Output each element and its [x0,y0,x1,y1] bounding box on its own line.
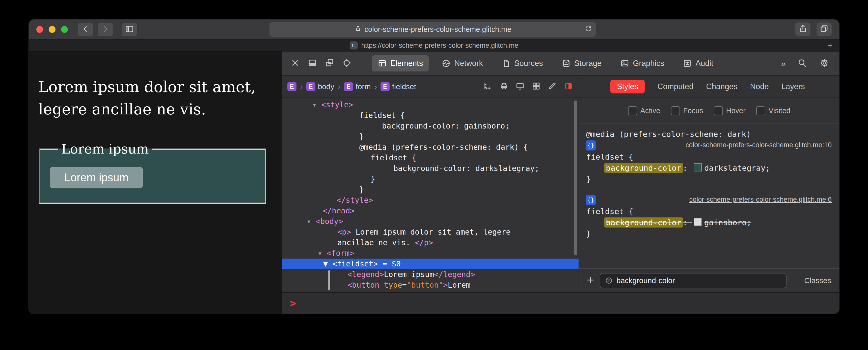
dom-token: <style> [321,100,353,109]
dom-token: @media (prefers-color-scheme: dark) { [359,143,528,151]
dock-bottom-button[interactable] [305,56,320,71]
checkbox-active[interactable] [628,106,637,115]
sidebar-tab-computed[interactable]: Computed [657,82,693,91]
window-controls [36,26,68,33]
css-property-value: gainsboro; [704,218,751,227]
dom-tree-line[interactable]: <p> Lorem ipsum dolor sit amet, legere [282,227,579,237]
styles-filter-input[interactable]: background-color [600,273,786,288]
breadcrumb-label: fieldset [392,82,416,91]
pseudo-state-visited[interactable]: Visited [756,106,790,115]
devtools-tab-audit[interactable]: Audit [677,55,719,71]
devtools-tab-elements[interactable]: Elements [372,55,429,71]
breadcrumb-item-form[interactable]: Eform [344,82,371,91]
pseudo-state-hover[interactable]: Hover [714,106,746,115]
devtools-tab-label: Audit [695,59,713,68]
dom-tree-line[interactable]: ▾ <style> [282,99,579,110]
devtools-tab-sources[interactable]: Sources [496,55,549,71]
color-swatch[interactable] [694,164,702,172]
disclosure-triangle-icon: ▾ [318,249,327,258]
page-button[interactable]: Lorem ipsum [50,167,143,188]
search-button[interactable] [795,56,809,71]
device-toggle-button[interactable] [516,82,525,92]
grid-toggle-button[interactable] [532,82,541,92]
devtools-tab-network[interactable]: Network [435,55,489,71]
dom-tree-line[interactable]: ▾ <form> [282,248,579,259]
dom-node-selected[interactable]: ▼ <fieldset> = $0 [282,259,579,269]
css-rule: @media (prefers-color-scheme: dark){}col… [579,127,839,189]
dom-tree-line[interactable]: ▾ <body> [282,216,579,227]
new-tab-button[interactable]: + [827,41,833,50]
devtools-tab-label: Network [454,59,483,68]
rule-origin-line: {}color-scheme-prefers-color-scheme.glit… [579,194,839,206]
color-swatch[interactable] [694,218,702,226]
close-window-button[interactable] [36,26,43,33]
sidebar-toggle-button[interactable] [122,23,137,36]
sidebar-tab-node[interactable]: Node [750,82,769,91]
dom-tree-line[interactable]: </head> [282,206,579,216]
breadcrumb-separator: › [338,82,341,91]
devtools-tab-storage[interactable]: Storage [556,55,608,71]
dom-tree-line[interactable]: </style> [282,195,579,206]
print-toggle-button[interactable] [499,82,508,92]
devtools-tab-graphics[interactable]: Graphics [614,55,670,71]
settings-button[interactable] [817,56,832,71]
checkbox-hover[interactable] [714,106,723,115]
sidebar-tab-changes[interactable]: Changes [706,82,737,91]
dom-tree-line[interactable]: } [282,174,579,184]
appearance-toggle-button[interactable] [564,82,573,92]
sidebar-tab-styles[interactable]: Styles [610,80,645,93]
dom-tree-line[interactable]: <legend>Lorem ipsum</legend> [282,269,579,280]
edit-toggle-button[interactable] [548,82,557,92]
tab-overview-button[interactable] [816,23,832,36]
breadcrumb-item-fieldset[interactable]: Efieldset [380,82,416,91]
pseudo-state-focus[interactable]: Focus [671,106,703,115]
css-declaration[interactable]: background-color: darkslategray; [579,163,839,174]
devtools-tab-label: Elements [390,59,423,68]
dom-tree-line[interactable]: background-color: gainsboro; [282,121,579,131]
classes-toggle[interactable]: Classes [804,276,839,285]
sidebar-tab-layers[interactable]: Layers [781,82,805,91]
edit-icon [548,82,557,92]
titlebar-right-buttons [795,23,832,36]
dom-tree-line[interactable]: @media (prefers-color-scheme: dark) { [282,142,579,152]
dom-token: </legend> [434,270,475,279]
share-button[interactable] [795,23,810,36]
dom-tree-line[interactable]: } [282,184,579,195]
rulers-toggle-button[interactable] [483,82,492,92]
close-button[interactable] [288,56,303,71]
checkbox-visited[interactable] [756,106,765,115]
quick-console[interactable]: > [282,292,839,314]
gear-icon [819,58,829,69]
breadcrumb-item[interactable]: E [287,82,297,91]
dom-tree-scrollbar[interactable] [574,100,577,255]
address-bar[interactable]: color-scheme-prefers-color-scheme.glitch… [270,22,596,37]
more-tabs-button[interactable]: » [779,59,787,68]
styles-sidebar: ActiveFocusHoverVisited @media (prefers-… [579,98,839,292]
dom-tree-line[interactable]: fieldset { [282,152,579,163]
minimize-window-button[interactable] [49,26,56,33]
browser-tab[interactable]: C https://color-scheme-prefers-color-sch… [350,41,519,50]
stylesheet-link[interactable]: color-scheme-prefers-color-scheme.glitch… [689,196,832,204]
inspect-target-button[interactable] [339,56,354,71]
zoom-window-button[interactable] [61,26,68,33]
pseudo-class-row: ActiveFocusHoverVisited [579,98,839,124]
back-button[interactable] [78,23,93,36]
forward-button[interactable] [98,23,113,36]
dom-tree-line[interactable]: fieldset { [282,110,579,121]
breadcrumb-item-body[interactable]: Ebody [306,82,334,91]
new-rule-button[interactable] [584,275,597,286]
dock-detach-button[interactable] [322,56,337,71]
pseudo-state-active[interactable]: Active [628,106,660,115]
breadcrumb-separator: › [374,82,377,91]
dom-tree-line[interactable]: } [282,131,579,142]
css-declaration[interactable]: background-color: gainsboro; [579,217,839,228]
checkbox-focus[interactable] [671,106,680,115]
dom-tree-line[interactable]: <button type="button">Lorem [282,280,579,290]
rule-close-brace: } [579,174,839,184]
dom-tree-line[interactable]: ancillae ne vis. </p> [282,237,579,248]
reload-button[interactable] [584,25,593,35]
dom-tree-panel: ▾ <style>fieldset {background-color: gai… [282,98,579,292]
styles-panel-divider [579,256,839,256]
dom-tree-line[interactable]: background-color: darkslategray; [282,163,579,174]
stylesheet-link[interactable]: color-scheme-prefers-color-scheme.glitch… [686,141,832,149]
